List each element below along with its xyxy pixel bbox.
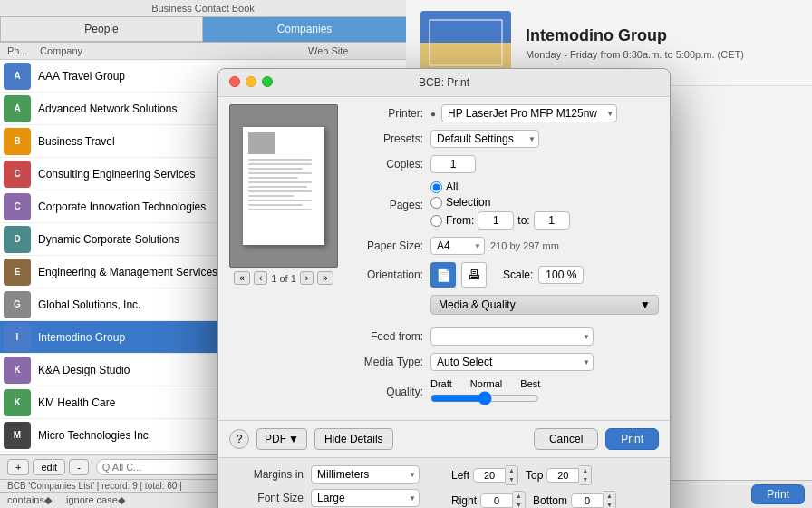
copies-label: Copies:	[349, 158, 430, 171]
ext-top-up[interactable]: ▲	[579, 466, 591, 475]
preview-line-7	[248, 186, 307, 188]
pages-from-input[interactable]	[478, 211, 514, 230]
paper-size-label: Paper Size:	[349, 239, 430, 252]
company-name-cell: KM Health Care	[38, 396, 115, 409]
filter-ignore-case[interactable]: ignore case◆	[66, 494, 125, 506]
ext-right-bottom-row: Right ▲ ▼ Bottom ▲ ▼	[451, 491, 659, 508]
avatar: C	[4, 161, 31, 188]
ext-fontsize-label: Font Size	[229, 492, 311, 504]
help-button[interactable]: ?	[229, 429, 249, 449]
avatar: A	[4, 95, 31, 122]
printer-select-wrapper: HP LaserJet Pro MFP M125nw	[441, 104, 617, 122]
maximize-button[interactable]	[262, 76, 273, 87]
ext-top-input[interactable]	[546, 468, 579, 483]
quality-labels: Draft Normal Best	[430, 378, 540, 389]
preview-line-6	[248, 181, 312, 183]
preview-section: « ‹ 1 of 1 › »	[229, 104, 338, 413]
avatar: M	[4, 422, 31, 449]
copies-input[interactable]	[430, 155, 476, 173]
print-button[interactable]: Print	[605, 428, 659, 450]
presets-select-wrapper: Default Settings	[430, 130, 539, 148]
quality-normal-label: Normal	[470, 378, 502, 389]
chevron-down-icon: ▼	[640, 298, 651, 311]
preview-line-9	[248, 195, 294, 197]
orientation-landscape-btn[interactable]: 🖶	[461, 262, 487, 288]
tab-companies[interactable]: Companies	[203, 16, 406, 42]
ext-left-up[interactable]: ▲	[506, 466, 517, 475]
ext-right-stepper: ▲ ▼	[480, 491, 526, 508]
ext-fontsize-select[interactable]: Large	[311, 489, 420, 507]
minimize-button[interactable]	[246, 76, 256, 87]
presets-select[interactable]: Default Settings	[430, 130, 539, 148]
copies-control	[430, 155, 659, 173]
hide-details-button[interactable]: Hide Details	[314, 428, 393, 450]
ext-bottom-stepper: ▲ ▼	[571, 491, 616, 508]
preview-line-1	[248, 159, 312, 161]
ext-margins-select[interactable]: Millimeters	[311, 465, 420, 484]
ext-right-input[interactable]	[480, 493, 513, 508]
paper-size-row: Paper Size: A4 210 by 297 mm	[349, 237, 659, 255]
pdf-button[interactable]: PDF ▼	[256, 428, 307, 450]
ext-left-input[interactable]	[473, 468, 506, 483]
nav-first[interactable]: «	[234, 271, 250, 285]
ext-bottom-up[interactable]: ▲	[604, 492, 615, 501]
ext-left-label: Left	[451, 469, 469, 482]
avatar: B	[4, 128, 31, 155]
feed-from-select[interactable]	[430, 327, 594, 346]
pages-all-row: All	[430, 181, 570, 193]
filter-contains[interactable]: contains◆	[7, 494, 52, 506]
nav-next[interactable]: ›	[300, 271, 314, 285]
pages-to-input[interactable]	[534, 211, 570, 230]
ext-right-down[interactable]: ▼	[513, 501, 525, 508]
feed-from-row: Feed from:	[349, 327, 659, 346]
orientation-portrait-btn[interactable]: 📄	[430, 262, 456, 288]
nav-last[interactable]: »	[317, 271, 334, 285]
edit-button[interactable]: edit	[33, 459, 65, 475]
ext-left-down[interactable]: ▼	[506, 475, 517, 484]
preview-line-3	[248, 168, 303, 170]
ext-right-up[interactable]: ▲	[513, 492, 525, 501]
quality-slider[interactable]	[430, 391, 539, 405]
paper-size-select[interactable]: A4	[430, 237, 485, 255]
tab-people[interactable]: People	[0, 16, 203, 42]
printer-select[interactable]: HP LaserJet Pro MFP M125nw	[441, 104, 617, 122]
main-print-button[interactable]: Print	[751, 484, 805, 504]
avatar: D	[4, 226, 31, 253]
preview-line-12	[248, 209, 312, 210]
ext-right-label: Right	[451, 494, 477, 507]
pages-all-radio[interactable]	[430, 181, 442, 193]
ext-bottom-arrows: ▲ ▼	[604, 491, 616, 508]
quality-draft-label: Draft	[430, 378, 452, 389]
company-name-cell: K&A Design Studio	[38, 364, 130, 376]
pages-selection-label: Selection	[446, 196, 490, 209]
media-quality-row: Media & Quality ▼	[349, 295, 659, 320]
pages-to-label: to:	[517, 214, 529, 227]
quality-best-label: Best	[520, 378, 540, 389]
ext-top-down[interactable]: ▼	[579, 475, 591, 484]
title-bar-label: Business Contact Book	[151, 3, 255, 14]
scale-input[interactable]	[538, 266, 584, 284]
ext-fontsize-row: Font Size Large	[229, 489, 437, 507]
media-type-control: Auto Select	[430, 353, 659, 371]
page-indicator: 1 of 1	[271, 273, 296, 284]
pages-all-label: All	[446, 181, 458, 193]
nav-prev[interactable]: ‹	[254, 271, 267, 285]
avatar: E	[4, 259, 31, 286]
cancel-button[interactable]: Cancel	[534, 428, 598, 450]
media-quality-toggle[interactable]: Media & Quality ▼	[430, 295, 659, 315]
ext-bottom-input[interactable]	[571, 493, 604, 508]
remove-button[interactable]: -	[69, 459, 89, 475]
ext-fontsize-control: Large	[311, 489, 437, 507]
presets-control: Default Settings	[430, 130, 659, 148]
ext-margins-select-wrapper: Millimeters	[311, 465, 420, 484]
orientation-label: Orientation:	[349, 269, 430, 281]
pages-selection-radio[interactable]	[430, 197, 442, 209]
ext-right-col: Left ▲ ▼ Top ▲ ▼	[451, 465, 659, 508]
close-button[interactable]	[229, 76, 240, 87]
media-type-select[interactable]: Auto Select	[430, 353, 594, 371]
pages-range-radio[interactable]	[430, 215, 442, 227]
orientation-row: Orientation: 📄 🖶 Scale:	[349, 262, 659, 288]
dialog-title: BCB: Print	[218, 69, 670, 97]
ext-bottom-down[interactable]: ▼	[604, 501, 615, 508]
add-button[interactable]: +	[7, 459, 29, 475]
